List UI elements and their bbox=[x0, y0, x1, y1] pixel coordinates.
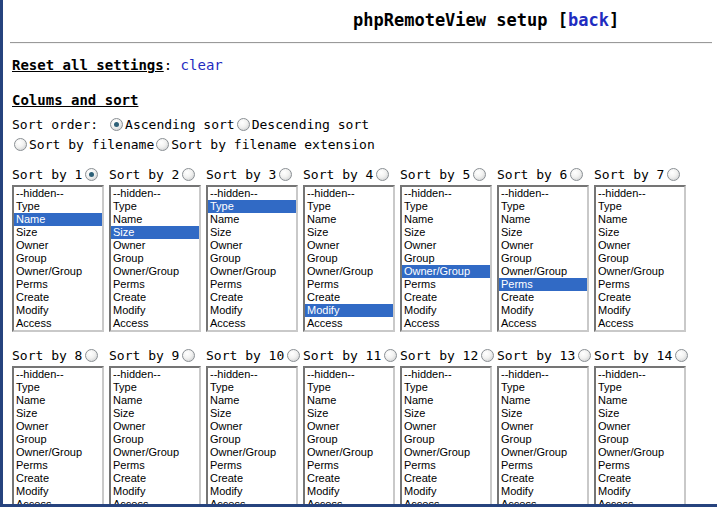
listbox-option[interactable]: Type bbox=[111, 200, 199, 213]
sort-box-radio[interactable] bbox=[279, 168, 292, 181]
listbox-option[interactable]: Perms bbox=[499, 459, 587, 472]
listbox-option[interactable]: Group bbox=[596, 252, 684, 265]
listbox-option[interactable]: Modify bbox=[14, 485, 102, 498]
listbox-option[interactable]: Size bbox=[305, 226, 393, 239]
listbox-option[interactable]: Owner/Group bbox=[305, 265, 393, 278]
listbox-option[interactable]: Owner/Group bbox=[208, 265, 296, 278]
listbox-option[interactable]: Name bbox=[402, 394, 490, 407]
listbox-option[interactable]: Name bbox=[305, 213, 393, 226]
listbox-option[interactable]: Perms bbox=[596, 459, 684, 472]
listbox-option[interactable]: Name bbox=[111, 213, 199, 226]
listbox-option[interactable]: Create bbox=[111, 291, 199, 304]
listbox-option[interactable]: Group bbox=[402, 433, 490, 446]
listbox-option[interactable]: Owner/Group bbox=[305, 446, 393, 459]
listbox-option[interactable]: Access bbox=[208, 498, 296, 507]
listbox-option[interactable]: Modify bbox=[305, 304, 393, 317]
sort-box-radio[interactable] bbox=[85, 168, 98, 181]
listbox-option[interactable]: --hidden-- bbox=[111, 368, 199, 381]
listbox-option[interactable]: Modify bbox=[14, 304, 102, 317]
listbox-option[interactable]: --hidden-- bbox=[499, 368, 587, 381]
listbox-option[interactable]: Owner/Group bbox=[402, 265, 490, 278]
listbox-option[interactable]: Owner/Group bbox=[14, 265, 102, 278]
listbox-option[interactable]: Name bbox=[111, 394, 199, 407]
listbox-option[interactable]: Create bbox=[499, 291, 587, 304]
listbox-option[interactable]: Size bbox=[499, 407, 587, 420]
listbox-option[interactable]: Name bbox=[14, 394, 102, 407]
listbox-option[interactable]: Modify bbox=[111, 304, 199, 317]
listbox-option[interactable]: --hidden-- bbox=[499, 187, 587, 200]
listbox-option[interactable]: Modify bbox=[208, 485, 296, 498]
listbox-option[interactable]: Owner bbox=[305, 420, 393, 433]
listbox-option[interactable]: Owner/Group bbox=[208, 446, 296, 459]
listbox-option[interactable]: Modify bbox=[596, 304, 684, 317]
listbox-option[interactable]: Name bbox=[14, 213, 102, 226]
listbox-option[interactable]: Owner/Group bbox=[111, 265, 199, 278]
sort-listbox[interactable]: --hidden--TypeNameSizeOwnerGroupOwner/Gr… bbox=[400, 185, 492, 332]
listbox-option[interactable]: Group bbox=[14, 433, 102, 446]
listbox-option[interactable]: Modify bbox=[402, 485, 490, 498]
sort-box-radio[interactable] bbox=[667, 168, 680, 181]
listbox-option[interactable]: Owner bbox=[596, 239, 684, 252]
listbox-option[interactable]: Size bbox=[14, 407, 102, 420]
listbox-option[interactable]: --hidden-- bbox=[111, 187, 199, 200]
listbox-option[interactable]: Owner bbox=[402, 420, 490, 433]
listbox-option[interactable]: Type bbox=[596, 381, 684, 394]
listbox-option[interactable]: Type bbox=[208, 381, 296, 394]
ascending-sort-radio[interactable] bbox=[110, 118, 123, 131]
listbox-option[interactable]: Create bbox=[402, 472, 490, 485]
listbox-option[interactable]: Group bbox=[208, 252, 296, 265]
listbox-option[interactable]: Size bbox=[402, 407, 490, 420]
sort-listbox[interactable]: --hidden--TypeNameSizeOwnerGroupOwner/Gr… bbox=[497, 366, 589, 507]
listbox-option[interactable]: Access bbox=[596, 317, 684, 330]
listbox-option[interactable]: Type bbox=[499, 200, 587, 213]
listbox-option[interactable]: Size bbox=[499, 226, 587, 239]
sort-box-radio[interactable] bbox=[481, 349, 494, 362]
sort-listbox[interactable]: --hidden--TypeNameSizeOwnerGroupOwner/Gr… bbox=[594, 366, 686, 507]
listbox-option[interactable]: Owner/Group bbox=[402, 446, 490, 459]
listbox-option[interactable]: Name bbox=[402, 213, 490, 226]
listbox-option[interactable]: --hidden-- bbox=[402, 368, 490, 381]
listbox-option[interactable]: Access bbox=[596, 498, 684, 507]
listbox-option[interactable]: Owner bbox=[111, 420, 199, 433]
listbox-option[interactable]: --hidden-- bbox=[14, 187, 102, 200]
listbox-option[interactable]: Owner bbox=[305, 239, 393, 252]
listbox-option[interactable]: Access bbox=[111, 498, 199, 507]
listbox-option[interactable]: Owner bbox=[111, 239, 199, 252]
listbox-option[interactable]: Type bbox=[208, 200, 296, 213]
listbox-option[interactable]: Owner bbox=[499, 420, 587, 433]
sort-box-radio[interactable] bbox=[384, 349, 397, 362]
listbox-option[interactable]: Perms bbox=[111, 459, 199, 472]
listbox-option[interactable]: Group bbox=[111, 433, 199, 446]
listbox-option[interactable]: Group bbox=[14, 252, 102, 265]
sort-box-radio[interactable] bbox=[182, 168, 195, 181]
listbox-option[interactable]: Size bbox=[14, 226, 102, 239]
listbox-option[interactable]: Size bbox=[111, 407, 199, 420]
listbox-option[interactable]: Perms bbox=[305, 459, 393, 472]
sort-listbox[interactable]: --hidden--TypeNameSizeOwnerGroupOwner/Gr… bbox=[400, 366, 492, 507]
listbox-option[interactable]: --hidden-- bbox=[402, 187, 490, 200]
listbox-option[interactable]: Size bbox=[596, 226, 684, 239]
listbox-option[interactable]: Name bbox=[305, 394, 393, 407]
listbox-option[interactable]: Size bbox=[208, 226, 296, 239]
listbox-option[interactable]: Type bbox=[111, 381, 199, 394]
listbox-option[interactable]: --hidden-- bbox=[208, 187, 296, 200]
listbox-option[interactable]: Type bbox=[305, 200, 393, 213]
listbox-option[interactable]: Group bbox=[305, 252, 393, 265]
listbox-option[interactable]: Create bbox=[499, 472, 587, 485]
listbox-option[interactable]: Modify bbox=[499, 304, 587, 317]
sort-by-filename-extension-radio[interactable] bbox=[156, 138, 169, 151]
sort-listbox[interactable]: --hidden--TypeNameSizeOwnerGroupOwner/Gr… bbox=[12, 366, 104, 507]
listbox-option[interactable]: Perms bbox=[402, 459, 490, 472]
sort-listbox[interactable]: --hidden--TypeNameSizeOwnerGroupOwner/Gr… bbox=[12, 185, 104, 332]
listbox-option[interactable]: Type bbox=[402, 381, 490, 394]
listbox-option[interactable]: Group bbox=[111, 252, 199, 265]
listbox-option[interactable]: Perms bbox=[111, 278, 199, 291]
listbox-option[interactable]: Create bbox=[14, 472, 102, 485]
listbox-option[interactable]: Perms bbox=[499, 278, 587, 291]
listbox-option[interactable]: Create bbox=[596, 291, 684, 304]
listbox-option[interactable]: Access bbox=[499, 498, 587, 507]
listbox-option[interactable]: Owner bbox=[208, 239, 296, 252]
listbox-option[interactable]: Name bbox=[596, 394, 684, 407]
sort-listbox[interactable]: --hidden--TypeNameSizeOwnerGroupOwner/Gr… bbox=[206, 366, 298, 507]
listbox-option[interactable]: Group bbox=[596, 433, 684, 446]
